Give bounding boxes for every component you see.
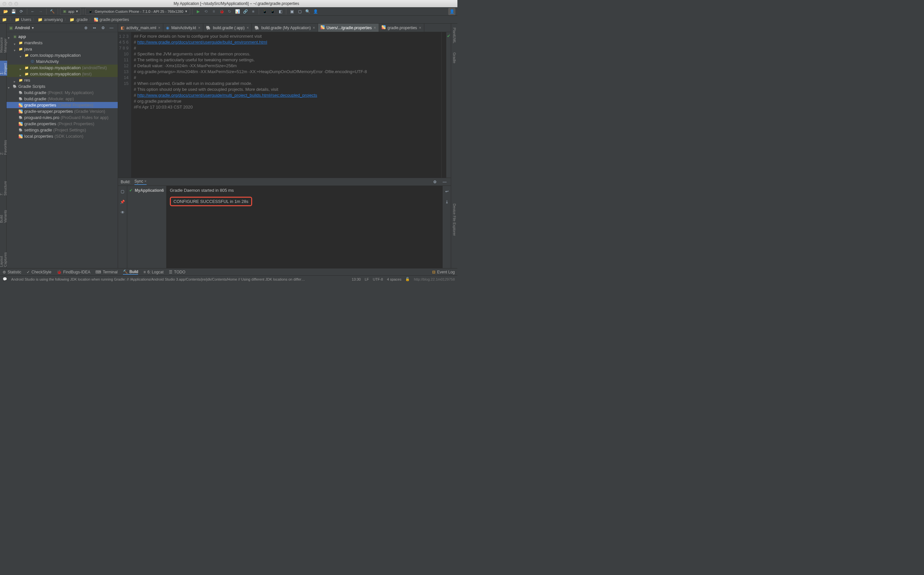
collapse-all-button[interactable]: ⇔ xyxy=(91,24,98,32)
bottom-tool-button[interactable]: ≡6: Logcat xyxy=(143,270,163,275)
tree-item[interactable]: 📁com.toolapp.myapplication xyxy=(6,52,118,58)
close-tab-icon[interactable]: × xyxy=(419,25,421,30)
maximize-window-icon[interactable] xyxy=(14,2,18,6)
gradle-tab[interactable]: Gradle xyxy=(452,51,456,65)
line-separator[interactable]: LF xyxy=(365,277,369,281)
project-view-mode[interactable]: Android xyxy=(15,25,30,30)
select-opened-file-button[interactable]: ⊕ xyxy=(82,24,89,32)
indent-settings[interactable]: 4 spaces xyxy=(387,277,401,281)
favorites-tab[interactable]: 2: Favorites xyxy=(0,138,7,156)
expand-arrow-icon[interactable] xyxy=(20,54,23,57)
tree-item[interactable]: 📁java xyxy=(6,46,118,52)
code-editor[interactable]: 1 2 3 4 5 6 7 8 9 10 11 12 13 14 15 ## F… xyxy=(118,32,451,178)
doc-link[interactable]: http://www.gradle.org/docs/current/userg… xyxy=(137,93,317,98)
expand-arrow-icon[interactable] xyxy=(25,60,29,63)
project-tree[interactable]: ▣app📁manifests📁java📁com.toolapp.myapplic… xyxy=(6,32,118,268)
tree-item[interactable]: 🐘build.gradle (Project: My Application) xyxy=(6,89,118,96)
expand-arrow-icon[interactable] xyxy=(14,79,17,82)
lock-icon[interactable]: 🔓 xyxy=(405,277,410,281)
expand-arrow-icon[interactable] xyxy=(14,41,17,44)
build-output[interactable]: Gradle Daemon started in 805 ms CONFIGUR… xyxy=(167,186,442,268)
editor-tab[interactable]: ◉MainActivity.kt× xyxy=(163,24,203,32)
expand-arrow-icon[interactable] xyxy=(14,110,17,113)
back-button[interactable]: ← xyxy=(29,8,37,15)
open-file-button[interactable]: 📂 xyxy=(2,8,9,15)
layout-inspector-button[interactable]: ▣ xyxy=(288,8,295,15)
tree-item[interactable]: 📁com.toolapp.myapplication (androidTest) xyxy=(6,65,118,71)
breadcrumb-item[interactable]: 📁Users xyxy=(15,17,31,22)
tree-item[interactable]: 📁manifests xyxy=(6,40,118,46)
tree-item[interactable]: local.properties (SDK Location) xyxy=(6,133,118,139)
settings-gear-icon[interactable]: ⚙ xyxy=(431,178,438,186)
sync-tab[interactable]: Sync × xyxy=(135,179,146,185)
assistant-button[interactable]: 👤 xyxy=(312,8,319,15)
build-tasks-tree[interactable]: ✔ MyApplication6 xyxy=(127,186,167,268)
sync-button[interactable]: ⟳ xyxy=(18,8,25,15)
project-tab[interactable]: 1: Project xyxy=(0,60,7,76)
tree-item[interactable]: gradle.properties (Global Properties) xyxy=(6,102,118,108)
expand-arrow-icon[interactable] xyxy=(14,122,17,125)
close-tab-icon[interactable]: × xyxy=(198,25,200,30)
expand-arrow-icon[interactable] xyxy=(14,129,17,132)
editor-tab[interactable]: 🐘build.gradle (:app)× xyxy=(203,24,252,32)
editor-tab[interactable]: Users/.../gradle.properties× xyxy=(318,24,379,32)
search-button[interactable]: 🔍 xyxy=(304,8,311,15)
expand-arrow-icon[interactable] xyxy=(8,35,11,38)
bottom-tool-button[interactable]: ⊚Statistic xyxy=(3,270,21,275)
settings-gear-icon[interactable]: ⚙ xyxy=(99,24,106,32)
close-tab-icon[interactable]: × xyxy=(313,25,315,30)
app-inspection-button[interactable]: ▢ xyxy=(296,8,303,15)
hide-panel-button[interactable]: — xyxy=(108,24,115,32)
editor-tab[interactable]: 🐘build.gradle (My Application)× xyxy=(252,24,318,32)
build-tree-root[interactable]: ✔ MyApplication6 xyxy=(129,188,164,193)
doc-link[interactable]: http://www.gradle.org/docs/current/userg… xyxy=(137,40,267,44)
sdk-manager-button[interactable]: 📱 xyxy=(269,8,276,15)
user-avatar-icon[interactable]: 👤 xyxy=(448,8,456,15)
tree-item[interactable]: gradle-wrapper.properties (Gradle Versio… xyxy=(6,108,118,114)
plantuml-tab[interactable]: PlantUML xyxy=(452,26,456,44)
run-config-selector[interactable]: ▣ app ▾ xyxy=(60,8,81,15)
minimize-window-icon[interactable] xyxy=(8,2,12,6)
tree-item[interactable]: ⒸMainActivity xyxy=(6,58,118,65)
attach-debugger-button[interactable]: 🔗 xyxy=(242,8,249,15)
editor-tab[interactable]: ◧activity_main.xml× xyxy=(118,24,163,32)
tree-item[interactable]: 📁com.toolapp.myapplication (test) xyxy=(6,71,118,77)
forward-button[interactable]: → xyxy=(37,8,44,15)
bottom-tool-button[interactable]: ✓CheckStyle xyxy=(27,270,51,275)
close-tab-icon[interactable]: × xyxy=(374,25,376,30)
close-tab-icon[interactable]: × xyxy=(158,25,160,30)
bottom-tool-button[interactable]: 🐞FindBugs-IDEA xyxy=(57,270,90,275)
build-hammer-button[interactable]: 🔨 xyxy=(49,8,56,15)
chevron-down-icon[interactable]: ▾ xyxy=(32,25,34,30)
bottom-tool-button[interactable]: ☰TODO xyxy=(169,270,185,275)
close-icon[interactable]: × xyxy=(144,179,146,184)
notifications-icon[interactable]: 💬 xyxy=(3,277,7,281)
tree-item[interactable]: 📁res xyxy=(6,77,118,83)
device-file-explorer-tab[interactable]: Device File Explorer xyxy=(452,202,456,237)
editor-tab[interactable]: gradle.properties× xyxy=(379,24,424,32)
file-encoding[interactable]: UTF-8 xyxy=(373,277,383,281)
close-window-icon[interactable] xyxy=(3,2,6,6)
tree-item[interactable]: 🐘build.gradle (Module: app) xyxy=(6,96,118,102)
expand-arrow-icon[interactable] xyxy=(14,48,17,51)
tree-item[interactable]: gradle.properties (Project Properties) xyxy=(6,121,118,127)
tree-item[interactable]: ▣app xyxy=(6,33,118,40)
structure-tab[interactable]: 7: Structure xyxy=(0,179,7,197)
coverage-button[interactable]: ↻ xyxy=(226,8,233,15)
soft-wrap-button[interactable]: ↩ xyxy=(443,188,451,195)
show-button[interactable]: 👁 xyxy=(119,209,126,216)
expand-arrow-icon[interactable] xyxy=(20,66,23,70)
expand-arrow-icon[interactable] xyxy=(14,116,17,119)
tree-item[interactable]: 🐘settings.gradle (Project Settings) xyxy=(6,127,118,133)
save-all-button[interactable]: 💾 xyxy=(10,8,17,15)
apply-code-button[interactable]: ≡ xyxy=(210,8,218,15)
hide-panel-button[interactable]: — xyxy=(441,178,448,186)
scroll-to-end-button[interactable]: ⤓ xyxy=(443,199,451,205)
close-tab-icon[interactable]: × xyxy=(246,25,249,30)
bottom-tool-button[interactable]: ⌨Terminal xyxy=(95,270,117,275)
avd-manager-button[interactable]: 📱 xyxy=(261,8,268,15)
pin-button[interactable]: 📌 xyxy=(119,199,126,205)
stop-button[interactable]: ■ xyxy=(249,8,257,15)
profiler-button[interactable]: 📊 xyxy=(234,8,241,15)
device-selector[interactable]: 📱 Genymotion Custom Phone - 7.1.0 - API … xyxy=(85,8,190,15)
